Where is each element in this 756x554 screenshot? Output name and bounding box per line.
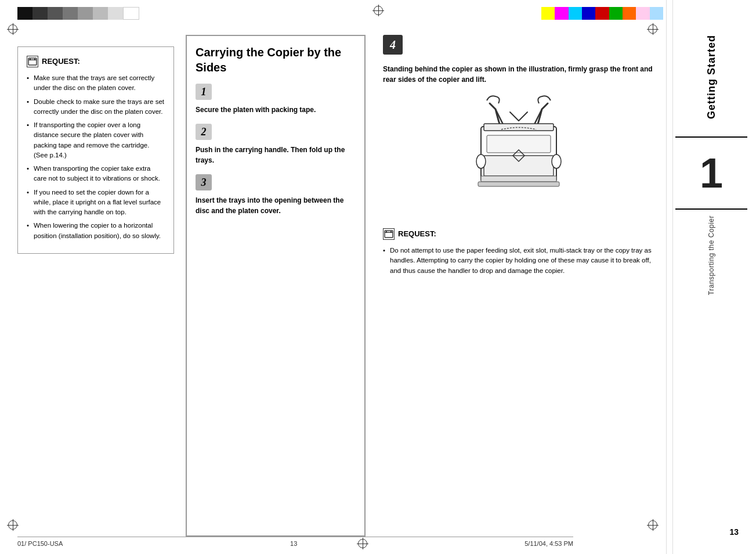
left-bullet-3: If transporting the copier over a long d… bbox=[27, 120, 165, 160]
middle-column: Carrying the Copier by the Sides 1 Secur… bbox=[186, 35, 366, 537]
svg-rect-2 bbox=[30, 59, 31, 60]
footer-middle: 13 bbox=[290, 540, 297, 547]
step3-text: Insert the trays into the opening betwee… bbox=[196, 195, 356, 216]
left-bullet-1: Make sure that the trays are set correct… bbox=[27, 73, 165, 93]
sidebar-subtitle: Transporting the Copier bbox=[707, 215, 715, 295]
copier-illustration bbox=[455, 92, 583, 220]
right-column: 4 Standing behind the copier as shown in… bbox=[377, 35, 654, 537]
svg-rect-11 bbox=[481, 176, 556, 182]
section-title: Carrying the Copier by the Sides bbox=[196, 45, 356, 75]
step3-container: 3 Insert the trays into the opening betw… bbox=[196, 174, 356, 216]
left-bullet-2: Double check to make sure the trays are … bbox=[27, 97, 165, 117]
right-request-label: REQUEST: bbox=[398, 228, 436, 240]
footer-right: 5/11/04, 4:53 PM bbox=[525, 540, 573, 547]
right-request-box: REQUEST: Do not attempt to use the paper… bbox=[383, 228, 654, 276]
left-request-label: REQUEST: bbox=[42, 56, 80, 67]
step2-number: 2 bbox=[196, 124, 212, 140]
svg-rect-10 bbox=[484, 156, 554, 176]
step4-number: 4 bbox=[383, 35, 403, 55]
left-bullet-5: If you need to set the copier down for a… bbox=[27, 188, 165, 218]
left-bullet-list: Make sure that the trays are set correct… bbox=[27, 73, 165, 241]
left-bullet-4: When transporting the copier take extra … bbox=[27, 164, 165, 184]
request-icon-left bbox=[27, 56, 38, 67]
svg-rect-19 bbox=[390, 231, 392, 233]
step1-container: 1 Secure the platen with packing tape. bbox=[196, 84, 356, 115]
footer-left: 01/ PC150-USA bbox=[17, 540, 63, 547]
step4-text: Standing behind the copier as shown in t… bbox=[383, 64, 654, 85]
svg-rect-18 bbox=[386, 231, 387, 233]
step1-text: Secure the platen with packing tape. bbox=[196, 105, 356, 115]
step2-container: 2 Push in the carrying handle. Then fold… bbox=[196, 124, 356, 166]
step3-number: 3 bbox=[196, 174, 212, 190]
right-sidebar: Getting Started 1 Transporting the Copie… bbox=[666, 0, 756, 554]
three-column-layout: REQUEST: Make sure that the trays are se… bbox=[17, 35, 654, 537]
svg-rect-12 bbox=[478, 182, 559, 186]
right-bullet-list: Do not attempt to use the paper feeding … bbox=[383, 246, 654, 276]
right-bullet-1: Do not attempt to use the paper feeding … bbox=[383, 246, 654, 276]
request-icon-right bbox=[383, 228, 395, 240]
left-column: REQUEST: Make sure that the trays are se… bbox=[17, 46, 174, 254]
sidebar-title: Getting Started bbox=[706, 35, 718, 119]
right-request-header: REQUEST: bbox=[383, 228, 654, 240]
step1-number: 1 bbox=[196, 84, 212, 100]
main-content: REQUEST: Make sure that the trays are se… bbox=[0, 0, 666, 554]
left-bullet-6: When lowering the copier to a horizontal… bbox=[27, 221, 165, 241]
left-request-header: REQUEST: bbox=[27, 56, 165, 67]
page-footer: 01/ PC150-USA 13 5/11/04, 4:53 PM bbox=[17, 537, 573, 547]
step2-text: Push in the carrying handle. Then fold u… bbox=[196, 145, 356, 166]
svg-rect-3 bbox=[34, 59, 35, 60]
svg-point-14 bbox=[476, 154, 486, 168]
svg-point-15 bbox=[552, 154, 561, 168]
page-number: 13 bbox=[729, 527, 739, 537]
